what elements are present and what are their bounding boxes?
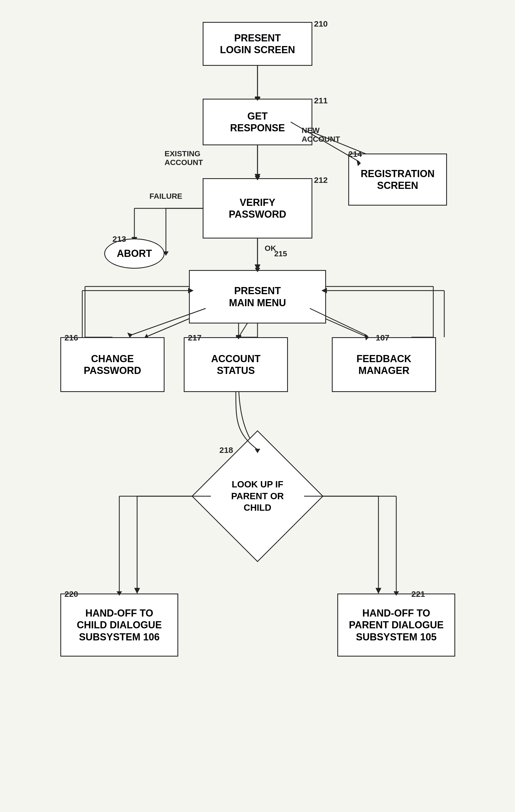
present-login-label: PRESENT LOGIN SCREEN	[220, 32, 295, 56]
look-up-label: LOOK UP IF PARENT OR CHILD	[231, 478, 284, 514]
feedback-manager-box: FEEDBACK MANAGER	[332, 337, 436, 392]
hand-off-parent-label: HAND-OFF TO PARENT DIALOGUE SUBSYSTEM 10…	[349, 607, 444, 643]
registration-screen-label: REGISTRATION SCREEN	[361, 168, 434, 191]
flowchart-diagram: PRESENT LOGIN SCREEN 210 GET RESPONSE 21…	[0, 0, 515, 812]
label-213: 213	[112, 234, 126, 244]
get-response-box: GET RESPONSE	[203, 99, 312, 145]
svg-marker-10	[255, 265, 260, 270]
svg-marker-30	[134, 588, 140, 593]
abort-label: ABORT	[117, 248, 152, 259]
svg-marker-33	[376, 588, 381, 593]
label-218: 218	[219, 445, 233, 455]
label-212: 212	[314, 175, 328, 185]
registration-screen-box: REGISTRATION SCREEN	[348, 153, 447, 206]
change-password-box: CHANGE PASSWORD	[60, 337, 165, 392]
feedback-manager-label: FEEDBACK MANAGER	[356, 353, 411, 376]
present-main-menu-label: PRESENT MAIN MENU	[229, 285, 286, 309]
label-214: 214	[348, 149, 362, 159]
label-220: 220	[64, 589, 78, 599]
hand-off-child-label: HAND-OFF TO CHILD DIALOGUE SUBSYSTEM 106	[77, 607, 162, 643]
new-account-label: NEWACCOUNT	[302, 126, 340, 144]
hand-off-child-box: HAND-OFF TO CHILD DIALOGUE SUBSYSTEM 106	[60, 593, 178, 657]
label-221: 221	[411, 589, 425, 599]
present-main-menu-box: PRESENT MAIN MENU	[189, 270, 326, 323]
present-login-screen-box: PRESENT LOGIN SCREEN	[203, 22, 312, 66]
look-up-diamond: LOOK UP IF PARENT OR CHILD	[211, 450, 304, 543]
account-status-box: ACCOUNT STATUS	[184, 337, 288, 392]
label-210: 210	[314, 19, 328, 29]
label-217: 217	[188, 333, 202, 342]
existing-account-label: EXISTINGACCOUNT	[165, 149, 203, 167]
label-211: 211	[314, 96, 328, 105]
get-response-label: GET RESPONSE	[230, 110, 285, 134]
label-216: 216	[64, 333, 78, 342]
failure-label: FAILURE	[149, 192, 182, 201]
verify-password-box: VERIFY PASSWORD	[203, 178, 312, 238]
label-107: 107	[376, 333, 390, 342]
label-215-ok: 215	[274, 250, 287, 258]
change-password-label: CHANGE PASSWORD	[84, 353, 141, 376]
account-status-label: ACCOUNT STATUS	[211, 353, 260, 376]
verify-password-label: VERIFY PASSWORD	[229, 197, 286, 220]
hand-off-parent-box: HAND-OFF TO PARENT DIALOGUE SUBSYSTEM 10…	[337, 593, 455, 657]
